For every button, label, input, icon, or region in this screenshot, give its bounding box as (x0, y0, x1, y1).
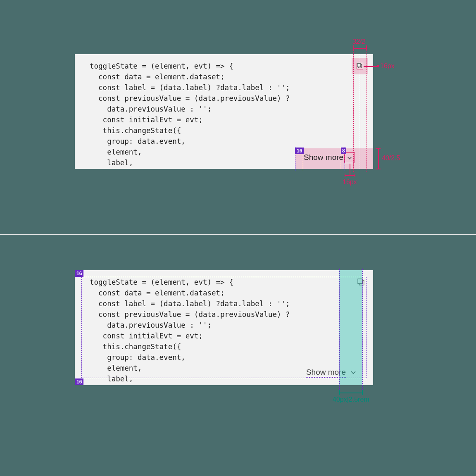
badge-padding-top-16: 16 (75, 270, 83, 277)
bracket-band-line (339, 393, 362, 393)
annotation-32-2: 32/2 (352, 38, 365, 45)
bracket-32-tick-l (353, 45, 354, 50)
section-divider (0, 234, 476, 235)
svg-rect-1 (357, 64, 361, 67)
copy-icon (357, 63, 363, 69)
leader-chev-tick-r (355, 174, 355, 177)
badge-padding-bottom-16: 16 (75, 378, 83, 385)
show-more-label: Show more (304, 153, 343, 162)
annotation-height: 40/2.5 (382, 155, 400, 162)
guide-band-right (362, 269, 363, 393)
spacing-band-40px (339, 270, 362, 385)
leader-chev-h (345, 175, 355, 176)
leader-dot (377, 65, 379, 67)
badge-gap-8: 8 (341, 148, 346, 154)
bracket-band-tick-l (339, 390, 340, 395)
badge-padding-16: 16 (295, 148, 304, 154)
leader-copy-16px (364, 66, 377, 67)
bracket-32-top (353, 48, 367, 49)
annotation-band-width: 40px|2.5rem (333, 396, 369, 403)
code-snippet-panel-bottom: toggleState = (element, evt) => { const … (75, 270, 373, 385)
bracket-band-tick-r (362, 390, 363, 395)
bracket-height-line (378, 148, 379, 169)
annotation-copy-16px: 16px (380, 62, 395, 70)
bracket-height-bottom (376, 169, 381, 169)
annotation-chev-16px: 16px (343, 178, 357, 186)
bracket-32-tick-r (366, 45, 367, 50)
leader-chev-tick-l (345, 174, 345, 177)
bracket-height-top (376, 148, 381, 149)
guide-band-left (339, 269, 340, 393)
leader-chev (350, 164, 350, 175)
